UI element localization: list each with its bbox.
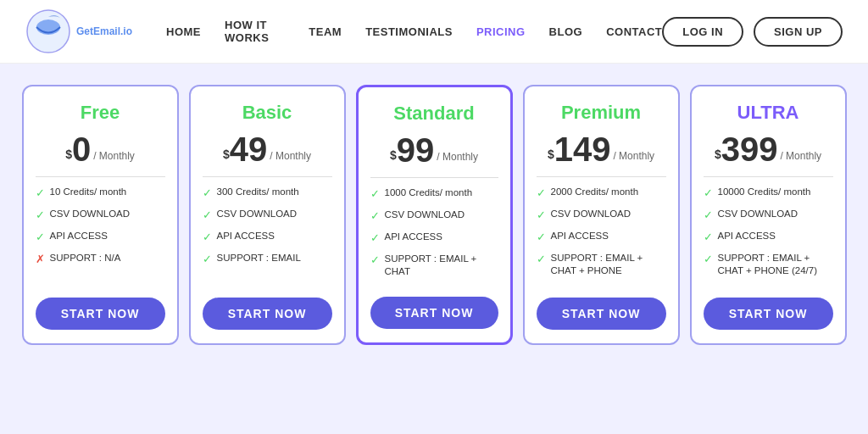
feature-premium-3: ✓ API ACCESS (537, 230, 666, 245)
start-button-standard[interactable]: START NOW (370, 297, 498, 329)
logo-icon (25, 8, 72, 55)
price-amount-standard: 99 (397, 133, 435, 167)
plan-card-standard: Standard $ 99 / Monthly ✓ 1000 Credits/ … (356, 85, 513, 345)
feature-basic-3: ✓ API ACCESS (203, 230, 332, 245)
check-icon: ✓ (370, 253, 380, 268)
feature-standard-2: ✓ CSV DOWNLOAD (370, 209, 498, 224)
divider-premium (537, 176, 666, 177)
plan-price-basic: $ 49 / Monthly (223, 132, 311, 166)
plan-card-ultra: ULTRA $ 399 / Monthly ✓ 10000 Credits/ m… (690, 85, 847, 345)
pricing-section: Free $ 0 / Monthly ✓ 10 Credits/ month ✓… (0, 64, 868, 434)
plan-card-basic: Basic $ 49 / Monthly ✓ 300 Credits/ mont… (189, 85, 346, 345)
feature-list-premium: ✓ 2000 Credits/ month ✓ CSV DOWNLOAD ✓ A… (537, 186, 666, 286)
check-icon: ✓ (36, 186, 45, 201)
feature-list-free: ✓ 10 Credits/ month ✓ CSV DOWNLOAD ✓ API… (36, 186, 165, 286)
feature-ultra-1: ✓ 10000 Credits/ month (704, 186, 833, 201)
login-button[interactable]: LOG IN (662, 17, 743, 47)
check-icon: ✓ (704, 253, 713, 267)
plan-title-free: Free (81, 102, 120, 124)
feature-standard-3: ✓ API ACCESS (370, 231, 498, 246)
feature-list-basic: ✓ 300 Credits/ month ✓ CSV DOWNLOAD ✓ AP… (203, 186, 332, 286)
price-period-ultra: / Monthly (780, 150, 821, 162)
nav-team[interactable]: TEAM (309, 25, 342, 38)
check-icon: ✓ (537, 186, 546, 201)
nav-testimonials[interactable]: TESTIMONIALS (365, 25, 453, 38)
check-icon: ✓ (203, 186, 212, 201)
plan-card-free: Free $ 0 / Monthly ✓ 10 Credits/ month ✓… (22, 85, 179, 345)
feature-standard-1: ✓ 1000 Credits/ month (370, 186, 498, 202)
feature-ultra-3: ✓ API ACCESS (704, 230, 833, 245)
plan-price-ultra: $ 399 / Monthly (715, 132, 821, 166)
header-buttons: LOG IN SIGN UP (662, 17, 843, 47)
divider-free (36, 176, 165, 177)
feature-free-2: ✓ CSV DOWNLOAD (36, 208, 165, 223)
start-button-basic[interactable]: START NOW (203, 298, 332, 330)
price-amount-free: 0 (72, 132, 91, 166)
check-icon: ✓ (704, 209, 713, 223)
price-period-standard: / Monthly (437, 151, 478, 163)
feature-free-4: ✗ SUPPORT : N/A (36, 252, 165, 267)
check-icon: ✓ (203, 253, 212, 267)
check-icon: ✓ (704, 231, 713, 245)
nav-how-it-works[interactable]: HOW IT WORKS (225, 19, 285, 44)
price-dollar-premium: $ (548, 147, 554, 161)
price-amount-basic: 49 (230, 132, 268, 166)
price-dollar-basic: $ (223, 147, 230, 161)
plan-title-premium: Premium (561, 102, 641, 124)
price-period-premium: / Monthly (613, 150, 654, 162)
nav-contact[interactable]: CONTACT (606, 25, 662, 38)
nav-pricing[interactable]: PRICING (476, 25, 526, 38)
price-amount-premium: 149 (554, 132, 611, 166)
price-period-free: / Monthly (93, 150, 135, 162)
check-icon: ✓ (370, 187, 380, 202)
check-icon: ✓ (704, 186, 713, 201)
feature-basic-1: ✓ 300 Credits/ month (203, 186, 332, 201)
feature-ultra-4: ✓ SUPPORT : EMAIL + CHAT + PHONE (24/7) (704, 252, 833, 277)
main-nav: HOME HOW IT WORKS TEAM TESTIMONIALS PRIC… (166, 19, 662, 44)
check-icon: ✓ (203, 231, 212, 245)
plan-price-premium: $ 149 / Monthly (548, 132, 654, 166)
cross-icon: ✗ (36, 253, 45, 267)
feature-free-3: ✓ API ACCESS (36, 230, 165, 245)
check-icon: ✓ (370, 231, 380, 246)
feature-list-standard: ✓ 1000 Credits/ month ✓ CSV DOWNLOAD ✓ A… (370, 186, 498, 285)
feature-premium-1: ✓ 2000 Credits/ month (537, 186, 666, 201)
check-icon: ✓ (36, 209, 45, 223)
logo-text: GetEmail.io (76, 25, 132, 37)
feature-free-1: ✓ 10 Credits/ month (36, 186, 165, 201)
price-dollar-free: $ (65, 147, 72, 161)
plan-title-basic: Basic (242, 102, 292, 124)
feature-list-ultra: ✓ 10000 Credits/ month ✓ CSV DOWNLOAD ✓ … (704, 186, 833, 286)
divider-standard (370, 177, 498, 178)
feature-ultra-2: ✓ CSV DOWNLOAD (704, 208, 833, 223)
feature-basic-2: ✓ CSV DOWNLOAD (203, 208, 332, 223)
pricing-grid: Free $ 0 / Monthly ✓ 10 Credits/ month ✓… (17, 85, 851, 345)
start-button-premium[interactable]: START NOW (537, 298, 666, 330)
price-dollar-ultra: $ (715, 147, 721, 161)
check-icon: ✓ (537, 231, 546, 245)
price-period-basic: / Monthly (270, 150, 311, 162)
nav-blog[interactable]: BLOG (549, 25, 583, 38)
feature-premium-2: ✓ CSV DOWNLOAD (537, 208, 666, 223)
plan-card-premium: Premium $ 149 / Monthly ✓ 2000 Credits/ … (523, 85, 680, 345)
plan-title-standard: Standard (393, 103, 474, 125)
plan-price-standard: $ 99 / Monthly (390, 133, 478, 167)
check-icon: ✓ (203, 209, 212, 223)
start-button-free[interactable]: START NOW (36, 298, 165, 330)
feature-basic-4: ✓ SUPPORT : EMAIL (203, 252, 332, 267)
feature-standard-4: ✓ SUPPORT : EMAIL + CHAT (370, 253, 498, 278)
feature-premium-4: ✓ SUPPORT : EMAIL + CHAT + PHONE (537, 252, 666, 277)
check-icon: ✓ (537, 253, 546, 267)
logo[interactable]: GetEmail.io (25, 8, 132, 55)
divider-ultra (704, 176, 833, 177)
check-icon: ✓ (36, 231, 45, 245)
signup-button[interactable]: SIGN UP (754, 17, 843, 47)
plan-title-ultra: ULTRA (737, 102, 799, 124)
divider-basic (203, 176, 332, 177)
header: GetEmail.io HOME HOW IT WORKS TEAM TESTI… (0, 0, 868, 64)
start-button-ultra[interactable]: START NOW (704, 298, 833, 330)
check-icon: ✓ (370, 209, 380, 224)
nav-home[interactable]: HOME (166, 25, 201, 38)
price-dollar-standard: $ (390, 148, 397, 162)
check-icon: ✓ (537, 209, 546, 223)
